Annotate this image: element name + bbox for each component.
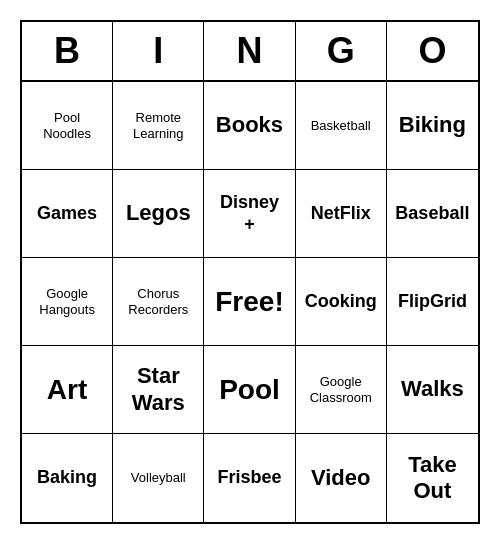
header-letter: I [113, 22, 204, 80]
bingo-cell: FlipGrid [387, 258, 478, 346]
bingo-cell: RemoteLearning [113, 82, 204, 170]
bingo-cell: Legos [113, 170, 204, 258]
bingo-cell: NetFlix [296, 170, 387, 258]
cell-text: PoolNoodles [43, 110, 91, 141]
cell-text: FlipGrid [398, 291, 467, 313]
cell-text: Frisbee [217, 467, 281, 489]
cell-text: ChorusRecorders [128, 286, 188, 317]
cell-text: Disney+ [220, 192, 279, 235]
bingo-grid: PoolNoodlesRemoteLearningBooksBasketball… [22, 82, 478, 522]
bingo-cell: Free! [204, 258, 295, 346]
bingo-cell: Pool [204, 346, 295, 434]
bingo-cell: Volleyball [113, 434, 204, 522]
bingo-cell: Games [22, 170, 113, 258]
header-letter: N [204, 22, 295, 80]
cell-text: RemoteLearning [133, 110, 184, 141]
cell-text: Volleyball [131, 470, 186, 486]
cell-text: Baseball [395, 203, 469, 225]
cell-text: StarWars [132, 363, 185, 416]
bingo-cell: Books [204, 82, 295, 170]
cell-text: TakeOut [408, 452, 457, 505]
header-letter: O [387, 22, 478, 80]
bingo-cell: Basketball [296, 82, 387, 170]
bingo-cell: ChorusRecorders [113, 258, 204, 346]
cell-text: Free! [215, 285, 283, 319]
bingo-cell: PoolNoodles [22, 82, 113, 170]
bingo-cell: GoogleClassroom [296, 346, 387, 434]
cell-text: Books [216, 112, 283, 138]
bingo-cell: Baking [22, 434, 113, 522]
cell-text: Video [311, 465, 371, 491]
bingo-cell: Disney+ [204, 170, 295, 258]
cell-text: NetFlix [311, 203, 371, 225]
bingo-cell: Frisbee [204, 434, 295, 522]
bingo-cell: Biking [387, 82, 478, 170]
bingo-cell: Baseball [387, 170, 478, 258]
cell-text: Basketball [311, 118, 371, 134]
bingo-cell: TakeOut [387, 434, 478, 522]
bingo-cell: Art [22, 346, 113, 434]
bingo-cell: Video [296, 434, 387, 522]
cell-text: Baking [37, 467, 97, 489]
cell-text: GoogleHangouts [39, 286, 95, 317]
cell-text: GoogleClassroom [310, 374, 372, 405]
bingo-header: BINGO [22, 22, 478, 82]
cell-text: Biking [399, 112, 466, 138]
cell-text: Legos [126, 200, 191, 226]
cell-text: Cooking [305, 291, 377, 313]
header-letter: B [22, 22, 113, 80]
cell-text: Art [47, 373, 87, 407]
bingo-cell: StarWars [113, 346, 204, 434]
cell-text: Pool [219, 373, 280, 407]
cell-text: Games [37, 203, 97, 225]
bingo-cell: Walks [387, 346, 478, 434]
bingo-card: BINGO PoolNoodlesRemoteLearningBooksBask… [20, 20, 480, 524]
cell-text: Walks [401, 376, 464, 402]
bingo-cell: Cooking [296, 258, 387, 346]
bingo-cell: GoogleHangouts [22, 258, 113, 346]
header-letter: G [296, 22, 387, 80]
